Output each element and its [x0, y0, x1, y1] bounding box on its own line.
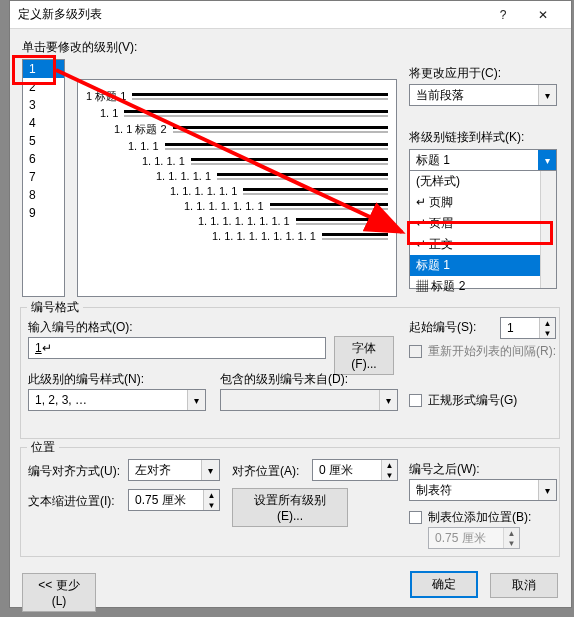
style-dropdown-list[interactable]: (无样式)↵ 页脚↵ 页眉↵ 正文标题 1▦ 标题 2: [409, 171, 557, 289]
align-value: 左对齐: [129, 462, 201, 479]
group-title: 编号格式: [27, 299, 83, 316]
spin-up-icon: ▲: [503, 528, 519, 538]
chevron-down-icon: ▾: [201, 460, 219, 480]
preview-bar: [243, 188, 388, 195]
level-item[interactable]: 4: [23, 114, 64, 132]
scrollbar[interactable]: [540, 171, 556, 288]
follow-label: 编号之后(W):: [409, 461, 480, 478]
num-style-combo[interactable]: 1, 2, 3, … ▾: [28, 389, 206, 411]
style-list-item[interactable]: ↵ 页脚: [410, 192, 556, 213]
preview-bar: [132, 93, 388, 100]
spin-up-icon[interactable]: ▲: [203, 490, 219, 500]
align-at-value[interactable]: [313, 460, 381, 480]
preview-row: 1. 1. 1. 1. 1. 1. 1: [86, 200, 388, 212]
level-item[interactable]: 6: [23, 150, 64, 168]
apply-to-combo[interactable]: 当前段落 ▾: [409, 84, 557, 106]
spin-up-icon[interactable]: ▲: [381, 460, 397, 470]
style-list-item[interactable]: ▦ 标题 2: [410, 276, 556, 297]
link-style-combo[interactable]: 标题 1 ▾: [409, 149, 557, 171]
start-at-value[interactable]: [501, 318, 539, 338]
less-button[interactable]: << 更少(L): [22, 573, 96, 612]
num-style-label: 此级别的编号样式(N):: [28, 371, 144, 388]
font-button[interactable]: 字体(F)...: [334, 336, 394, 375]
preview-number: 1. 1. 1. 1. 1. 1. 1: [184, 200, 264, 212]
tab-pos-value: [429, 528, 503, 548]
spin-up-icon[interactable]: ▲: [539, 318, 555, 328]
chevron-down-icon: ▾: [538, 150, 556, 170]
legal-checkbox[interactable]: 正规形式编号(G): [409, 392, 517, 409]
start-at-label: 起始编号(S):: [409, 319, 476, 336]
restart-after-checkbox: 重新开始列表的间隔(R):: [409, 343, 556, 360]
set-all-levels-button[interactable]: 设置所有级别(E)...: [232, 488, 348, 527]
indent-at-value[interactable]: [129, 490, 203, 510]
group-title: 位置: [27, 439, 59, 456]
preview-number: 1. 1. 1. 1. 1. 1: [170, 185, 237, 197]
preview-number: 1. 1 标题 2: [114, 122, 167, 137]
preview-bar: [322, 233, 388, 240]
number-format-input[interactable]: 1↵: [28, 337, 326, 359]
legal-label: 正规形式编号(G): [428, 392, 517, 409]
number-format-value: 1: [35, 341, 42, 355]
preview-number: 1. 1. 1: [128, 140, 159, 152]
preview-row: 1. 1. 1. 1. 1: [86, 170, 388, 182]
include-from-label: 包含的级别编号来自(D):: [220, 371, 348, 388]
close-button[interactable]: ✕: [523, 8, 563, 22]
style-list-item[interactable]: (无样式): [410, 171, 556, 192]
preview-bar: [191, 158, 388, 165]
ok-button[interactable]: 确定: [410, 571, 478, 598]
preview-row: 1 标题 1: [86, 89, 388, 104]
preview-bar: [124, 110, 388, 117]
preview-number: 1. 1. 1. 1. 1. 1. 1. 1: [198, 215, 290, 227]
tab-add-checkbox[interactable]: 制表位添加位置(B):: [409, 509, 531, 526]
indent-at-spinner[interactable]: ▲▼: [128, 489, 220, 511]
chevron-down-icon: ▾: [538, 85, 556, 105]
preview-box: 1 标题 11. 11. 1 标题 21. 1. 11. 1. 1. 11. 1…: [77, 79, 397, 297]
style-list-item[interactable]: ↵ 正文: [410, 234, 556, 255]
level-item[interactable]: 8: [23, 186, 64, 204]
enter-format-label: 输入编号的格式(O):: [28, 319, 133, 336]
level-item[interactable]: 3: [23, 96, 64, 114]
restart-after-label: 重新开始列表的间隔(R):: [428, 343, 556, 360]
cancel-button[interactable]: 取消: [490, 573, 558, 598]
start-at-spinner[interactable]: ▲▼: [500, 317, 556, 339]
preview-number: 1. 1. 1. 1. 1. 1. 1. 1. 1: [212, 230, 316, 242]
indent-at-label: 文本缩进位置(I):: [28, 493, 115, 510]
style-list-item[interactable]: 标题 1: [410, 255, 556, 276]
help-button[interactable]: ?: [483, 8, 523, 22]
spin-down-icon[interactable]: ▼: [539, 328, 555, 338]
preview-bar: [296, 218, 388, 225]
spin-down-icon[interactable]: ▼: [381, 470, 397, 480]
num-style-value: 1, 2, 3, …: [29, 393, 187, 407]
spin-down-icon: ▼: [503, 538, 519, 548]
style-list-item[interactable]: ↵ 页眉: [410, 213, 556, 234]
apply-to-label: 将更改应用于(C):: [409, 65, 501, 82]
follow-value: 制表符: [410, 482, 538, 499]
title-text: 定义新多级列表: [18, 6, 483, 23]
align-at-spinner[interactable]: ▲▼: [312, 459, 398, 481]
align-combo[interactable]: 左对齐 ▾: [128, 459, 220, 481]
follow-combo[interactable]: 制表符 ▾: [409, 479, 557, 501]
level-item[interactable]: 5: [23, 132, 64, 150]
titlebar: 定义新多级列表 ? ✕: [10, 1, 571, 29]
tab-pos-spinner: ▲▼: [428, 527, 520, 549]
preview-number: 1. 1. 1. 1: [142, 155, 185, 167]
preview-number: 1. 1: [100, 107, 118, 119]
preview-row: 1. 1. 1: [86, 140, 388, 152]
preview-row: 1. 1. 1. 1. 1. 1: [86, 185, 388, 197]
level-item[interactable]: 2: [23, 78, 64, 96]
link-style-value: 标题 1: [410, 152, 538, 169]
click-level-label: 单击要修改的级别(V):: [22, 39, 137, 56]
preview-row: 1. 1: [86, 107, 388, 119]
chevron-down-icon: ▾: [379, 390, 397, 410]
link-style-label: 将级别链接到样式(K):: [409, 129, 524, 146]
chevron-down-icon: ▾: [187, 390, 205, 410]
align-at-label: 对齐位置(A):: [232, 463, 299, 480]
spin-down-icon[interactable]: ▼: [203, 500, 219, 510]
checkbox-box: [409, 511, 422, 524]
level-item[interactable]: 7: [23, 168, 64, 186]
level-item[interactable]: 1: [23, 60, 64, 78]
include-from-combo: ▾: [220, 389, 398, 411]
level-list[interactable]: 123456789: [22, 59, 65, 297]
chevron-down-icon: ▾: [538, 480, 556, 500]
level-item[interactable]: 9: [23, 204, 64, 222]
